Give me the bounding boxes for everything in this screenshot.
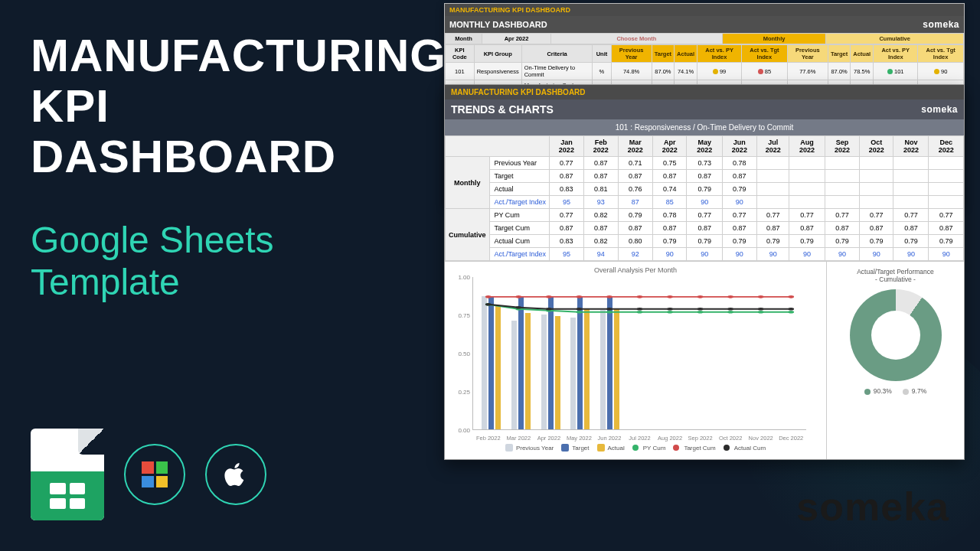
- trends-card: MANUFACTURING KPI DASHBOARD TRENDS & CHA…: [444, 84, 965, 460]
- svg-point-11: [485, 295, 492, 298]
- back-header-bar: MONTHLY DASHBOARD someka: [445, 16, 964, 33]
- title-line-3: DASHBOARD: [31, 131, 336, 182]
- back-header-label: MONTHLY DASHBOARD: [449, 20, 547, 29]
- page-fold: [78, 429, 104, 455]
- back-brand: someka: [923, 19, 959, 30]
- promo-column: MANUFACTURING KPI DASHBOARD Google Sheet…: [31, 31, 429, 303]
- svg-point-25: [576, 308, 582, 311]
- donut-pct-b: 9.7%: [903, 387, 926, 395]
- subtitle-line-1: Google Sheets: [31, 220, 274, 260]
- svg-point-15: [606, 295, 612, 298]
- donut-title-l2: - Cumulative -: [875, 276, 916, 283]
- google-sheets-icon: [31, 429, 104, 520]
- svg-point-32: [788, 308, 794, 311]
- main-title-bar: MANUFACTURING KPI DASHBOARD: [445, 85, 964, 99]
- donut-title: Actual/Target Performance - Cumulative -: [831, 268, 959, 283]
- svg-point-18: [697, 295, 704, 298]
- windows-icon: [124, 444, 185, 505]
- brand-logo: someka: [796, 484, 949, 530]
- donut-pct-a: 90.3%: [864, 387, 892, 395]
- svg-point-23: [515, 306, 521, 309]
- svg-point-7: [697, 311, 704, 314]
- svg-point-22: [485, 303, 492, 306]
- svg-point-6: [667, 311, 673, 314]
- svg-point-14: [576, 295, 582, 298]
- donut-title-l1: Actual/Target Performance: [857, 268, 934, 276]
- svg-point-12: [515, 295, 521, 298]
- platform-icon-row: [31, 429, 266, 520]
- main-brand: someka: [921, 104, 958, 115]
- svg-point-27: [637, 308, 643, 311]
- main-header-bar: TRENDS & CHARTS someka: [445, 99, 964, 119]
- page-title: MANUFACTURING KPI DASHBOARD: [31, 31, 429, 182]
- svg-point-8: [727, 311, 733, 314]
- svg-point-16: [637, 295, 643, 298]
- svg-point-4: [606, 311, 612, 314]
- windows-squares: [142, 461, 168, 487]
- title-line-1: MANUFACTURING: [31, 30, 446, 81]
- donut-legend: 90.3% 9.7%: [831, 387, 959, 395]
- svg-point-26: [606, 308, 612, 311]
- kpi-subtitle: 101 : Responsiveness / On-Time Delivery …: [445, 119, 964, 135]
- svg-point-29: [697, 308, 704, 311]
- choose-month-hint: Choose Month: [551, 34, 723, 44]
- svg-point-31: [758, 308, 764, 311]
- kpi-table: Jan 2022Feb 2022Mar 2022Apr 2022May 2022…: [445, 135, 964, 261]
- svg-point-17: [667, 295, 673, 298]
- svg-point-28: [667, 308, 673, 311]
- sheets-band: [31, 471, 104, 520]
- apple-icon: [205, 444, 266, 505]
- svg-point-21: [788, 295, 794, 298]
- plot-area: 0.000.250.500.751.00Feb 2022Mar 2022Apr …: [472, 277, 806, 430]
- svg-point-9: [758, 311, 764, 314]
- svg-point-19: [727, 295, 733, 298]
- back-controls-row: Month Apr 2022 Choose Month Monthly Cumu…: [445, 33, 964, 44]
- svg-point-3: [576, 311, 582, 314]
- svg-point-30: [727, 308, 733, 311]
- title-line-2: KPI: [31, 80, 109, 132]
- subtitle-line-2: Template: [31, 262, 180, 302]
- main-header-label: TRENDS & CHARTS: [451, 103, 554, 116]
- sheets-grid-icon: [50, 483, 85, 509]
- chart-title: Overall Analysis Per Month: [451, 266, 820, 274]
- subtitle: Google Sheets Template: [31, 219, 429, 303]
- bar-line-chart: Overall Analysis Per Month 0.000.250.500…: [445, 262, 826, 459]
- cumulative-header: Cumulative: [826, 34, 964, 44]
- chart-wrap: Overall Analysis Per Month 0.000.250.500…: [445, 261, 964, 459]
- svg-point-13: [546, 295, 552, 298]
- svg-point-24: [546, 308, 552, 311]
- chart-legend: Previous YearTargetActualPY CumTarget Cu…: [451, 444, 820, 452]
- sheets-page: [31, 429, 104, 520]
- svg-point-10: [788, 311, 794, 314]
- svg-point-20: [758, 295, 764, 298]
- donut-panel: Actual/Target Performance - Cumulative -…: [826, 262, 964, 459]
- month-label: Month: [446, 34, 482, 44]
- back-title-bar: MANUFACTURING KPI DASHBOARD: [445, 4, 964, 16]
- monthly-header: Monthly: [722, 34, 825, 44]
- month-selector[interactable]: Apr 2022: [482, 34, 551, 44]
- donut-chart: [850, 289, 942, 381]
- svg-point-5: [637, 311, 643, 314]
